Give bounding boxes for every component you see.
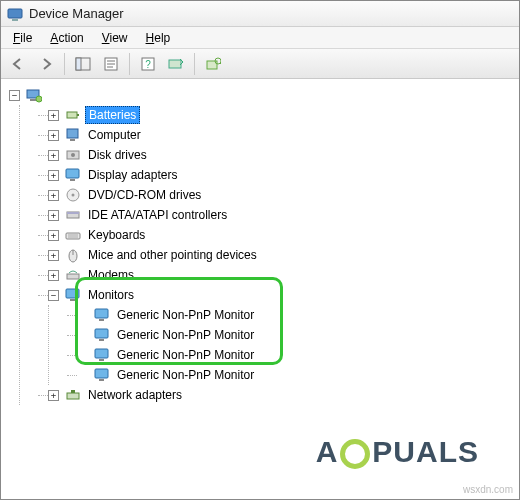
monitor-icon xyxy=(94,347,110,363)
svg-rect-34 xyxy=(67,274,79,279)
menu-view[interactable]: View xyxy=(94,29,136,47)
back-button[interactable] xyxy=(5,52,31,76)
dvd-icon xyxy=(65,187,81,203)
svg-rect-37 xyxy=(95,309,108,318)
monitor-icon xyxy=(94,367,110,383)
keyboards-icon xyxy=(65,227,81,243)
tree-node-mon2[interactable]: Generic Non-PnP Monitor xyxy=(77,325,515,345)
svg-rect-36 xyxy=(70,299,75,301)
tree-node-label[interactable]: DVD/CD-ROM drives xyxy=(85,187,204,203)
tree-node-keyboards[interactable]: +Keyboards xyxy=(48,225,515,245)
collapse-icon[interactable]: − xyxy=(48,290,59,301)
monitors-icon xyxy=(65,287,81,303)
brand-logo: APUALS xyxy=(316,435,479,469)
tree-node-label[interactable]: Generic Non-PnP Monitor xyxy=(114,327,257,343)
svg-rect-35 xyxy=(66,289,79,298)
tree-node-label[interactable]: Disk drives xyxy=(85,147,150,163)
tree-node-label[interactable]: Generic Non-PnP Monitor xyxy=(114,307,257,323)
svg-point-22 xyxy=(71,153,75,157)
tree-node-mon4[interactable]: Generic Non-PnP Monitor xyxy=(77,365,515,385)
menu-help[interactable]: Help xyxy=(138,29,179,47)
svg-rect-0 xyxy=(8,9,22,18)
svg-rect-18 xyxy=(77,114,79,116)
computer-root-icon xyxy=(26,87,42,103)
tree-node-dvd[interactable]: +DVD/CD-ROM drives xyxy=(48,185,515,205)
ide-icon xyxy=(65,207,81,223)
network-icon xyxy=(65,387,81,403)
device-tree: − +Batteries+Computer+Disk drives+Displa… xyxy=(5,85,515,405)
svg-rect-28 xyxy=(67,212,79,214)
tree-node-label[interactable]: Keyboards xyxy=(85,227,148,243)
tree-node-modems[interactable]: +Modems xyxy=(48,265,515,285)
collapse-icon[interactable]: − xyxy=(9,90,20,101)
menu-file[interactable]: FFileile xyxy=(5,29,40,47)
diskdrives-icon xyxy=(65,147,81,163)
tree-node-network[interactable]: +Network adapters xyxy=(48,385,515,405)
show-hide-button[interactable] xyxy=(70,52,96,76)
svg-rect-10 xyxy=(169,60,181,68)
tree-node-batteries[interactable]: +Batteries xyxy=(48,105,515,125)
spacer xyxy=(77,350,88,361)
tree-node-label[interactable]: Display adapters xyxy=(85,167,180,183)
titlebar: Device Manager xyxy=(1,1,519,27)
tree-node-label[interactable]: Batteries xyxy=(85,106,140,124)
monitor-icon xyxy=(94,307,110,323)
svg-rect-23 xyxy=(66,169,79,178)
device-manager-window: Device Manager FFileile Action View Help… xyxy=(0,0,520,500)
tree-node-mon1[interactable]: Generic Non-PnP Monitor xyxy=(77,305,515,325)
expand-icon[interactable]: + xyxy=(48,110,59,121)
scan-button[interactable] xyxy=(163,52,189,76)
watermark: wsxdn.com xyxy=(463,484,513,495)
svg-point-26 xyxy=(72,194,75,197)
tree-node-monitors[interactable]: −Monitors xyxy=(48,285,515,305)
tree-node-label[interactable]: Generic Non-PnP Monitor xyxy=(114,347,257,363)
expand-icon[interactable]: + xyxy=(48,250,59,261)
svg-rect-46 xyxy=(71,390,75,393)
expand-icon[interactable]: + xyxy=(48,390,59,401)
expand-icon[interactable]: + xyxy=(48,190,59,201)
tree-node-label[interactable]: Monitors xyxy=(85,287,137,303)
spacer xyxy=(77,370,88,381)
svg-rect-39 xyxy=(95,329,108,338)
tree-node-label[interactable]: Mice and other pointing devices xyxy=(85,247,260,263)
brand-ring-icon xyxy=(340,439,370,469)
window-title: Device Manager xyxy=(29,6,124,21)
tree-root-node[interactable]: − xyxy=(9,85,515,105)
tree-node-display[interactable]: +Display adapters xyxy=(48,165,515,185)
tree-node-computer[interactable]: +Computer xyxy=(48,125,515,145)
expand-icon[interactable]: + xyxy=(48,270,59,281)
spacer xyxy=(77,330,88,341)
expand-icon[interactable]: + xyxy=(48,130,59,141)
tree-node-label[interactable]: IDE ATA/ATAPI controllers xyxy=(85,207,230,223)
forward-button[interactable] xyxy=(33,52,59,76)
tree-node-mon3[interactable]: Generic Non-PnP Monitor xyxy=(77,345,515,365)
monitor-icon xyxy=(94,327,110,343)
tree-node-label[interactable]: Generic Non-PnP Monitor xyxy=(114,367,257,383)
tree-node-mice[interactable]: +Mice and other pointing devices xyxy=(48,245,515,265)
help-button[interactable]: ? xyxy=(135,52,161,76)
expand-icon[interactable]: + xyxy=(48,230,59,241)
expand-icon[interactable]: + xyxy=(48,210,59,221)
tree-node-ide[interactable]: +IDE ATA/ATAPI controllers xyxy=(48,205,515,225)
display-icon xyxy=(65,167,81,183)
tree-node-label[interactable]: Network adapters xyxy=(85,387,185,403)
svg-rect-17 xyxy=(67,112,77,118)
expand-icon[interactable]: + xyxy=(48,170,59,181)
svg-rect-42 xyxy=(99,359,104,361)
menu-action[interactable]: Action xyxy=(42,29,91,47)
tree-node-label[interactable]: Modems xyxy=(85,267,137,283)
svg-rect-45 xyxy=(67,393,79,399)
expand-icon[interactable]: + xyxy=(48,150,59,161)
toolbar-separator xyxy=(64,53,65,75)
svg-rect-15 xyxy=(30,99,36,101)
batteries-icon xyxy=(65,107,81,123)
tree-node-diskdrives[interactable]: +Disk drives xyxy=(48,145,515,165)
update-driver-button[interactable] xyxy=(200,52,226,76)
svg-rect-1 xyxy=(12,19,18,21)
tree-node-label[interactable]: Computer xyxy=(85,127,144,143)
modems-icon xyxy=(65,267,81,283)
svg-rect-40 xyxy=(99,339,104,341)
properties-button[interactable] xyxy=(98,52,124,76)
toolbar-separator xyxy=(194,53,195,75)
svg-point-16 xyxy=(36,96,42,102)
